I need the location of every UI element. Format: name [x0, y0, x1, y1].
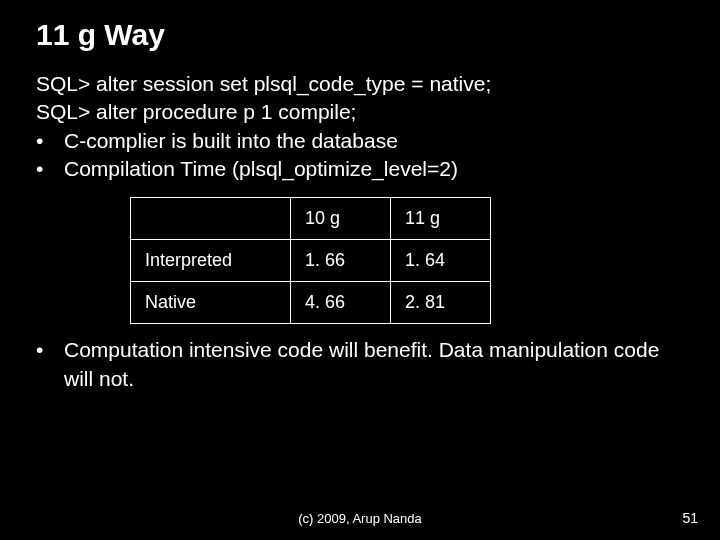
compilation-time-table: 10 g 11 g Interpreted 1. 66 1. 64 Native… — [130, 197, 690, 324]
slide: 11 g Way SQL> alter session set plsql_co… — [0, 0, 720, 540]
bullet-text: Compilation Time (plsql_optimize_level=2… — [64, 155, 690, 183]
bullet-text: Computation intensive code will benefit.… — [64, 336, 690, 393]
bullet-item: • Compilation Time (plsql_optimize_level… — [36, 155, 690, 183]
table-row: Native 4. 66 2. 81 — [131, 282, 491, 324]
bullet-text: C-complier is built into the database — [64, 127, 690, 155]
table-row: 10 g 11 g — [131, 198, 491, 240]
table-cell: 10 g — [291, 198, 391, 240]
table-cell: Interpreted — [131, 240, 291, 282]
footer-copyright: (c) 2009, Arup Nanda — [0, 511, 720, 526]
table-cell: 1. 64 — [391, 240, 491, 282]
bullet-item: • Computation intensive code will benefi… — [36, 336, 690, 393]
page-number: 51 — [682, 510, 698, 526]
table-cell — [131, 198, 291, 240]
table-cell: 11 g — [391, 198, 491, 240]
table-cell: 2. 81 — [391, 282, 491, 324]
bullet-icon: • — [36, 127, 64, 155]
table-cell: 4. 66 — [291, 282, 391, 324]
table-cell: 1. 66 — [291, 240, 391, 282]
code-line-2: SQL> alter procedure p 1 compile; — [36, 98, 690, 126]
data-table: 10 g 11 g Interpreted 1. 66 1. 64 Native… — [130, 197, 491, 324]
table-row: Interpreted 1. 66 1. 64 — [131, 240, 491, 282]
code-line-1: SQL> alter session set plsql_code_type =… — [36, 70, 690, 98]
slide-title: 11 g Way — [36, 18, 690, 52]
bullet-item: • C-complier is built into the database — [36, 127, 690, 155]
bullet-icon: • — [36, 155, 64, 183]
bullet-icon: • — [36, 336, 64, 393]
table-cell: Native — [131, 282, 291, 324]
